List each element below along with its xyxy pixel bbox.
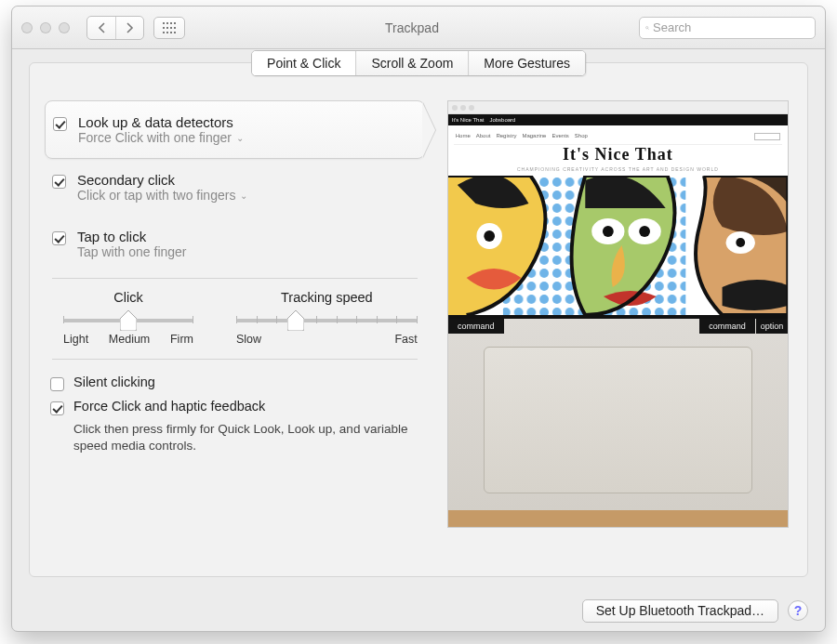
preview-trackpad: command command option [448,315,788,527]
option-secondary-title: Secondary click [77,172,247,188]
option-lookup-title: Look up & data detectors [78,114,244,130]
option-tap-title: Tap to click [77,229,187,244]
preview-strip-left: It's Nice That [452,117,485,123]
force-click-label: Force Click and haptic feedback [73,399,265,414]
slider-click-max: Firm [170,333,193,346]
keycap-option-right: option [756,319,788,334]
force-click-description: Click then press firmly for Quick Look, … [73,421,408,454]
slider-tracking: Tracking speed Slow Fast [236,290,418,346]
svg-rect-3 [174,22,176,24]
checkbox-lookup[interactable] [53,117,67,131]
chevron-down-icon: ⌄ [240,191,247,201]
preview-strip-right: Jobsboard [489,117,515,123]
keycap-command-right: command [699,319,755,334]
option-tap-to-click[interactable]: Tap to click Tap with one finger [45,216,425,272]
preview-browser-chrome [448,101,788,114]
option-lookup-dropdown[interactable]: Force Click with one finger ⌄ [78,130,244,145]
checkbox-silent-clicking[interactable] [50,377,64,391]
slider-tracking-thumb[interactable] [287,310,304,327]
options-column: Look up & data detectors Force Click wit… [45,100,425,576]
preview-site-menu: Home About Registry Magazine Events Shop [454,131,782,145]
forward-button[interactable] [115,17,143,39]
minimize-icon[interactable] [40,22,51,33]
keycap-command-left: command [448,319,504,334]
content-panel: Point & Click Scroll & Zoom More Gesture… [29,62,808,577]
close-icon[interactable] [21,22,33,33]
checkbox-tap-to-click[interactable] [52,231,66,245]
tab-point-click[interactable]: Point & Click [252,51,355,75]
footer: Set Up Bluetooth Trackpad… ? [12,590,825,631]
back-button[interactable] [87,17,115,39]
svg-point-22 [639,226,650,237]
svg-rect-5 [166,27,168,29]
svg-rect-1 [166,22,168,24]
option-force-click[interactable]: Force Click and haptic feedback [50,395,419,419]
search-input[interactable] [653,20,809,34]
preview-brand: It's Nice That [454,145,782,164]
svg-rect-2 [170,22,172,24]
option-secondary-dropdown[interactable]: Click or tap with two fingers ⌄ [77,188,247,203]
svg-rect-6 [170,27,172,29]
gesture-preview: It's Nice That Jobsboard Home About Regi… [447,100,789,528]
preview-menu-item: Registry [496,133,516,140]
search-icon [645,22,649,33]
option-secondary-subtitle: Click or tap with two fingers [77,188,235,203]
preferences-window: Trackpad Point & Click Scroll & Zoom Mor… [11,6,826,632]
preview-menu-item: Events [551,133,568,140]
svg-rect-0 [163,22,165,24]
setup-bluetooth-button[interactable]: Set Up Bluetooth Trackpad… [582,599,778,623]
svg-rect-7 [174,27,176,29]
option-tap-subtitle: Tap with one finger [77,244,187,259]
silent-clicking-label: Silent clicking [73,375,155,389]
preview-site-header: Home About Registry Magazine Events Shop… [448,125,788,176]
preview-tagline: CHAMPIONING CREATIVITY ACROSS THE ART AN… [454,166,782,172]
checkbox-secondary-click[interactable] [52,175,66,189]
option-silent-clicking[interactable]: Silent clicking [50,371,419,395]
window-controls [21,22,70,33]
svg-point-20 [603,226,614,237]
divider [52,278,418,279]
svg-point-24 [736,238,745,247]
slider-click-mid: Medium [109,333,150,346]
chevron-down-icon: ⌄ [236,133,244,143]
slider-click-track[interactable] [63,310,193,329]
zoom-icon[interactable] [59,22,70,33]
slider-tracking-label: Tracking speed [281,290,373,305]
preview-menu-item: About [476,133,491,140]
option-lookup[interactable]: Look up & data detectors Force Click wit… [45,100,425,159]
slider-tracking-min: Slow [236,333,261,346]
svg-rect-8 [163,32,165,33]
svg-rect-11 [174,32,176,33]
slider-tracking-max: Fast [394,333,417,346]
preview-site-strip: It's Nice That Jobsboard [448,114,788,125]
slider-click: Click Light Medium Firm [63,290,193,346]
slider-click-thumb[interactable] [120,310,137,327]
preview-menu-item: Shop [575,133,588,140]
preview-search-box [754,133,780,140]
slider-click-label: Click [113,290,142,305]
preview-menu-item: Magazine [522,133,546,140]
slider-tracking-track[interactable] [236,310,418,329]
option-lookup-subtitle: Force Click with one finger [78,130,232,145]
trackpad-surface [484,347,752,493]
svg-line-13 [648,28,649,29]
slider-click-min: Light [63,333,88,346]
desk-surface [448,510,788,527]
checkbox-force-click[interactable] [50,401,64,415]
titlebar: Trackpad [12,7,825,49]
svg-rect-4 [163,27,165,29]
svg-rect-10 [170,32,172,33]
preview-artwork [448,176,788,315]
option-secondary-click[interactable]: Secondary click Click or tap with two fi… [45,159,425,216]
tab-bar: Point & Click Scroll & Zoom More Gesture… [251,50,586,76]
preview-menu-item: Home [456,133,471,140]
help-button[interactable]: ? [788,600,808,621]
search-field[interactable] [639,17,816,39]
show-all-button[interactable] [153,17,185,39]
svg-rect-9 [166,32,168,33]
tab-more-gestures[interactable]: More Gestures [468,51,585,75]
svg-point-12 [646,26,648,28]
window-title: Trackpad [194,20,630,35]
divider [52,359,418,360]
tab-scroll-zoom[interactable]: Scroll & Zoom [355,51,468,75]
